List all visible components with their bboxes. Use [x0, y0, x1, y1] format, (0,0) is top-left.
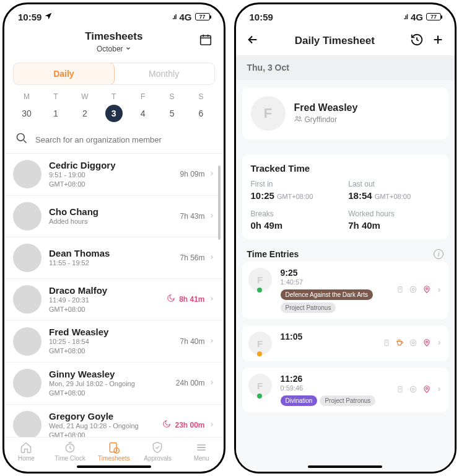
svg-rect-3	[110, 443, 116, 452]
month-selector[interactable]: October	[97, 45, 131, 53]
location-pin-icon[interactable]	[422, 285, 431, 296]
phone-timesheets: 10:59 .ıl 4G 77 Timesheets October	[2, 2, 225, 474]
member-name: Cho Chang	[49, 206, 172, 217]
user-name: Fred Weasley	[294, 102, 358, 113]
signal-icon: .ıl	[404, 13, 408, 20]
moon-icon	[167, 294, 175, 305]
week-day[interactable]: S5	[162, 92, 182, 122]
entry-time: 11:26	[281, 374, 391, 384]
calendar-icon[interactable]	[199, 33, 212, 49]
status-bar: 10:59 .ıl 4G 77	[236, 4, 455, 29]
time-entry-row[interactable]: F 9:25 1:40:57 Defence Against the Dark …	[242, 262, 449, 319]
time-entries-list[interactable]: F 9:25 1:40:57 Defence Against the Dark …	[236, 262, 455, 464]
clock-time: 10:59	[18, 12, 42, 22]
tracked-time-card: Tracked Time First in 10:25GMT+08:00 Las…	[242, 154, 449, 239]
chevron-right-icon	[209, 294, 215, 304]
plus-icon[interactable]	[431, 33, 445, 49]
target-icon[interactable]	[409, 285, 417, 296]
status-dot	[257, 288, 262, 293]
member-row[interactable]: Dean Thomas 11:55 - 19:52 7h 56m	[4, 237, 224, 279]
search-input[interactable]	[35, 135, 212, 144]
header: Daily Timesheet	[236, 29, 455, 55]
time-entry-row[interactable]: F 11:05	[242, 325, 449, 361]
breaks-block: Breaks 0h 49m	[251, 209, 343, 231]
chevron-right-icon	[436, 385, 442, 395]
status-dot	[257, 394, 262, 399]
header: Timesheets October	[4, 29, 224, 58]
chevron-right-icon	[209, 253, 215, 263]
chevron-right-icon	[436, 286, 442, 296]
member-list[interactable]: Cedric Diggory 9:51 - 19:00 GMT+08:00 9h…	[4, 153, 224, 437]
history-icon[interactable]	[410, 33, 424, 49]
svg-point-13	[412, 342, 414, 344]
moon-icon	[162, 420, 171, 431]
phone-daily-timesheet: 10:59 .ıl 4G 77 Daily Timesheet	[234, 2, 457, 474]
avatar	[13, 285, 42, 314]
tab-timesheets[interactable]: Timesheets	[92, 441, 136, 462]
tab-menu[interactable]: Menu	[180, 441, 224, 462]
scrollbar[interactable]	[218, 165, 221, 240]
tag-subject: Defence Against the Dark Arts	[281, 289, 373, 300]
chevron-right-icon	[209, 169, 215, 179]
avatar: F	[251, 96, 286, 131]
search-icon[interactable]	[15, 132, 28, 147]
member-row[interactable]: Gregory Goyle Wed, 21 Aug 10:28 - Ongoin…	[4, 405, 224, 437]
tab-approvals[interactable]: Approvals	[136, 441, 180, 462]
week-day[interactable]: S6	[191, 92, 211, 122]
svg-point-6	[299, 117, 300, 119]
tab-home[interactable]: Home	[4, 441, 48, 462]
week-day[interactable]: F4	[133, 92, 153, 122]
tag-project: Project Patronus	[320, 395, 375, 406]
location-pin-icon[interactable]	[422, 385, 431, 395]
member-row[interactable]: Draco Malfoy 11:49 - 20:31 GMT+08:00 8h …	[4, 279, 224, 321]
duration: 9h 09m	[180, 170, 204, 178]
battery-icon: 77	[195, 13, 210, 20]
user-card[interactable]: F Fred Weasley Gryffindor	[242, 87, 449, 139]
search-row	[4, 128, 224, 153]
view-segment: Daily Monthly	[13, 63, 215, 85]
signal-icon: .ıl	[172, 13, 176, 20]
page-title: Daily Timesheet	[267, 35, 403, 47]
member-row[interactable]: Fred Weasley 10:25 - 18:54 GMT+08:00 7h …	[4, 320, 224, 363]
location-pin-icon[interactable]	[422, 338, 431, 349]
entry-time: 11:05	[281, 332, 377, 342]
time-entry-row[interactable]: F 11:26 0:59:46 DivinationProject Patron…	[242, 368, 449, 412]
note-icon[interactable]	[396, 385, 404, 395]
member-row[interactable]: Cedric Diggory 9:51 - 19:00 GMT+08:00 9h…	[4, 154, 224, 196]
clock-time: 10:59	[250, 12, 273, 22]
chevron-right-icon	[209, 420, 215, 430]
member-row[interactable]: Cho Chang Added hours 7h 43m	[4, 196, 224, 237]
member-name: Draco Malfoy	[49, 285, 159, 296]
member-name: Dean Thomas	[49, 248, 172, 258]
duration: 7h 56m	[180, 253, 204, 262]
avatar	[13, 244, 42, 272]
back-arrow-icon[interactable]	[246, 33, 260, 49]
battery-icon: 77	[426, 13, 441, 20]
week-day[interactable]: T3	[104, 92, 124, 122]
svg-point-8	[410, 286, 416, 292]
info-icon[interactable]: i	[434, 249, 444, 259]
target-icon[interactable]	[409, 385, 417, 395]
chevron-right-icon	[209, 211, 215, 221]
note-icon[interactable]	[396, 285, 404, 296]
seg-monthly[interactable]: Monthly	[114, 63, 214, 84]
member-name: Fred Weasley	[49, 327, 172, 337]
week-day[interactable]: M30	[17, 92, 37, 122]
week-day[interactable]: W2	[75, 92, 95, 122]
duration: 23h 00m	[175, 421, 204, 430]
people-icon	[294, 115, 302, 125]
avatar	[13, 202, 42, 231]
avatar	[13, 327, 42, 356]
home-indicator	[308, 465, 382, 468]
week-strip: M30T1W2T3F4S5S6	[4, 89, 224, 128]
network-label: 4G	[179, 12, 191, 22]
member-row[interactable]: Ginny Weasley Mon, 29 Jul 18:02 - Ongoin…	[4, 363, 224, 405]
target-icon[interactable]	[409, 338, 417, 349]
note-icon[interactable]	[383, 338, 390, 349]
tag-subject: Divination	[281, 395, 318, 406]
week-day[interactable]: T1	[46, 92, 66, 122]
tab-time-clock[interactable]: Time Clock	[48, 441, 92, 462]
seg-daily[interactable]: Daily	[13, 63, 115, 85]
page-title: Timesheets	[4, 30, 224, 43]
avatar	[13, 411, 42, 437]
